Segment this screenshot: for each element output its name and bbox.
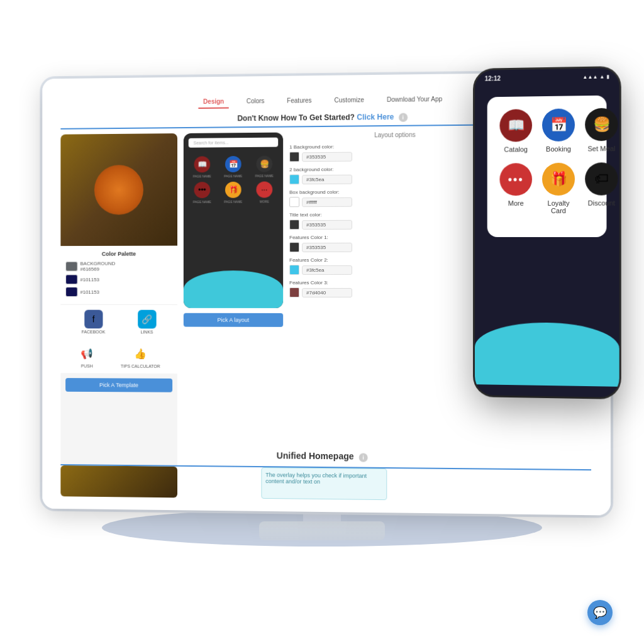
color-label-2: #101153	[80, 277, 99, 282]
loyalty-icon[interactable]: 🎁	[542, 163, 575, 196]
section-info-icon[interactable]: i	[358, 453, 367, 462]
booking-icon[interactable]: 📅	[542, 108, 575, 142]
bg-color-2-row: 2 background color: #3fc5ea	[289, 166, 416, 184]
tips-icon[interactable]: 👍	[131, 344, 149, 363]
push-icon[interactable]: 📢	[78, 344, 96, 363]
catalog-icon[interactable]: 📖	[499, 109, 532, 142]
small-icon-5: 🎁 PAGE NAME	[219, 182, 247, 204]
tab-design[interactable]: Design	[198, 96, 229, 109]
features-2-input[interactable]: #3fc5ea	[302, 265, 352, 274]
tab-features[interactable]: Features	[282, 94, 316, 108]
nav-tabs: Design Colors Features Customize Downloa…	[198, 93, 447, 109]
features-2-swatch[interactable]	[289, 265, 299, 275]
bg-color-2-swatch[interactable]	[289, 174, 299, 184]
app-setmeal[interactable]: 🍔 Set Meal	[585, 108, 618, 153]
tab-colors[interactable]: Colors	[242, 95, 270, 108]
chat-button[interactable]: 💬	[587, 600, 613, 625]
tab-customize[interactable]: Customize	[330, 94, 369, 108]
small-icon-3: 🍔 PAGE NAME	[251, 156, 279, 178]
discount-icon[interactable]: 🏷	[585, 162, 618, 196]
push-label: PUSH	[81, 364, 93, 368]
phone-large: 12:12 ▲▲▲ ▲ ▮ 📖 Catalog 📅 Booking	[475, 68, 619, 397]
phone-small: Search for items... 📖 PAGE NAME 📅 PAGE N…	[184, 133, 283, 308]
features-2-row: Features Color 2: #3fc5ea	[289, 257, 416, 275]
app-more[interactable]: ••• More	[499, 163, 532, 214]
scene: ⟳ Preview on your phone ✦ Save changes D…	[0, 0, 644, 644]
small-circle-3[interactable]: 🍔	[256, 156, 272, 172]
bottom-overlay-text: The overlay helps you check if important…	[261, 467, 387, 500]
coffee-image	[60, 133, 177, 246]
signal-icon: ▲▲▲	[582, 74, 597, 80]
battery-icon: ▮	[606, 74, 609, 79]
bg-color-1-label: 1 Background color:	[289, 143, 416, 150]
monitor-stand-base	[259, 521, 385, 540]
phone-screen: 📖 Catalog 📅 Booking 🍔 Set Meal •••	[475, 82, 619, 387]
bg-color-2-input-row: #3fc5ea	[289, 174, 416, 184]
box-bg-input-row: #ffffff	[289, 196, 416, 207]
pick-layout-button[interactable]: Pick A layout	[184, 313, 283, 327]
color-row-1: BACKGROUND#616569	[65, 260, 172, 272]
section-title-text: Unified Homepage	[277, 450, 354, 461]
setmeal-icon[interactable]: 🍔	[585, 108, 618, 142]
small-circle-4[interactable]: •••	[194, 182, 211, 198]
features-3-input[interactable]: #7d4040	[302, 287, 352, 297]
helper-text: Don't Know How To Get Started? Click Her…	[237, 113, 408, 124]
push-row: 📢 PUSH 👍 TIPS CALCULATOR	[60, 339, 177, 374]
wifi-icon: ▲	[599, 74, 604, 79]
overlay-text: The overlay helps you check if important…	[265, 472, 367, 485]
info-icon[interactable]: i	[399, 113, 408, 122]
left-panel: Color Palette BACKGROUND#616569 #101153 …	[60, 133, 177, 491]
small-circle-1[interactable]: 📖	[194, 156, 211, 172]
loyalty-label: Loyalty Card	[542, 199, 575, 214]
swatch-1[interactable]	[65, 262, 77, 272]
title-color-input-row: #353535	[289, 219, 416, 230]
app-grid-top: 📖 Catalog 📅 Booking 🍔 Set Meal	[499, 108, 594, 153]
features-1-swatch[interactable]	[289, 242, 299, 252]
bg-color-1-swatch[interactable]	[289, 152, 299, 162]
title-color-swatch[interactable]	[289, 219, 299, 230]
swatch-3[interactable]	[65, 287, 77, 297]
helper-link[interactable]: Click Here	[357, 113, 394, 122]
more-label: More	[508, 199, 524, 207]
section-title: Unified Homepage i	[277, 450, 368, 462]
app-grid-bottom: ••• More 🎁 Loyalty Card 🏷 Discount	[499, 162, 594, 214]
color-palette: Color Palette BACKGROUND#616569 #101153 …	[60, 246, 177, 304]
app-catalog[interactable]: 📖 Catalog	[499, 109, 532, 153]
setmeal-label: Set Meal	[587, 145, 615, 152]
features-2-input-row: #3fc5ea	[289, 265, 416, 275]
bg-color-1-input[interactable]: #353535	[302, 152, 352, 162]
bg-color-2-input[interactable]: #3fc5ea	[302, 174, 352, 184]
small-circle-2[interactable]: 📅	[225, 156, 242, 172]
small-label-3: PAGE NAME	[255, 174, 274, 178]
title-color-input[interactable]: #353535	[302, 219, 352, 229]
box-bg-input[interactable]: #ffffff	[302, 197, 352, 206]
more-icon[interactable]: •••	[499, 163, 532, 196]
small-label-4: PAGE NAME	[193, 200, 211, 204]
links-item: 🔗 LINKS	[138, 310, 156, 335]
swatch-2[interactable]	[65, 274, 77, 284]
small-icon-1: 📖 PAGE NAME	[189, 156, 216, 178]
app-discount[interactable]: 🏷 Discount	[585, 162, 618, 214]
box-bg-row: Box background color: #ffffff	[289, 189, 416, 207]
right-panel: Layout options 1 Background color: #3535…	[289, 131, 416, 494]
box-bg-swatch[interactable]	[289, 197, 299, 207]
phone-time: 12:12	[485, 75, 501, 82]
tab-download[interactable]: Download Your App	[382, 93, 447, 107]
features-1-input[interactable]: #353535	[302, 242, 352, 252]
palette-title: Color Palette	[65, 251, 172, 257]
features-3-row: Features Color 3: #7d4040	[289, 280, 416, 297]
features-2-label: Features Color 2:	[289, 257, 416, 263]
small-label-6: MORE	[260, 199, 269, 203]
links-icon[interactable]: 🔗	[138, 310, 156, 329]
app-booking[interactable]: 📅 Booking	[542, 108, 575, 153]
small-circle-5[interactable]: 🎁	[225, 182, 242, 198]
small-circle-6[interactable]: ···	[256, 181, 272, 197]
app-loyalty[interactable]: 🎁 Loyalty Card	[542, 163, 575, 214]
features-3-swatch[interactable]	[289, 287, 299, 297]
search-bar-small[interactable]: Search for items...	[189, 138, 278, 148]
coffee-cup	[94, 165, 143, 215]
color-row-3: #101153	[65, 287, 172, 297]
discount-label: Discount	[588, 199, 615, 207]
pick-template-button[interactable]: Pick A Template	[65, 378, 172, 392]
facebook-icon[interactable]: f	[84, 310, 103, 329]
